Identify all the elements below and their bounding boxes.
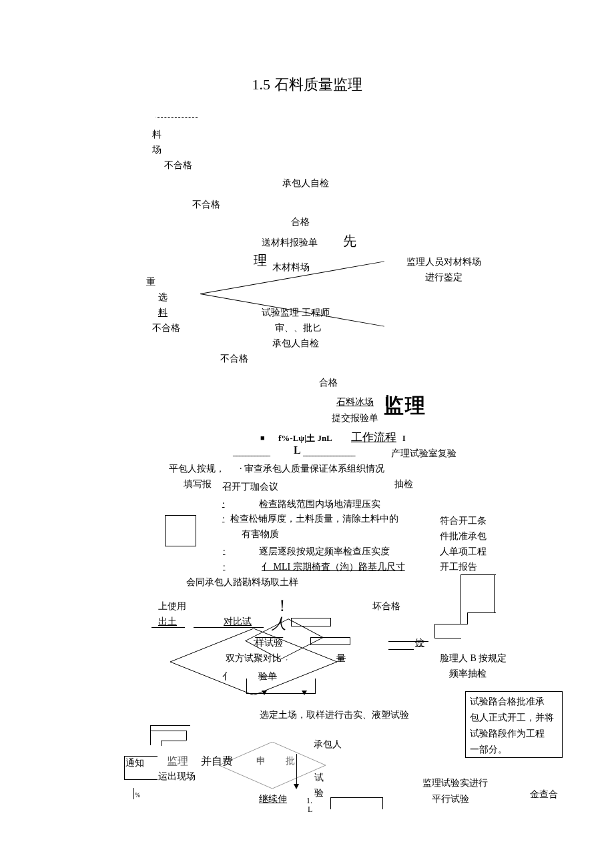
text-shiyan-jianli: 试验监理 工程师 [262, 307, 330, 319]
text-huai-hege: 坏合格 [372, 600, 400, 612]
text-zhaokai-huiyi: 召开丁珈会议 [222, 481, 278, 493]
text-pingbaoren: 平包人按规， [169, 463, 225, 475]
text-percent: % [135, 791, 140, 799]
page-title: 1.5 石料质量监理 [0, 75, 614, 95]
text-youhai: 有害物质 [242, 528, 279, 540]
text-shen-pi: 审、、批匕 [275, 322, 322, 334]
text-duibi: 对比试 [224, 616, 252, 628]
hbl1 [330, 797, 382, 798]
text-liao: 料 [152, 129, 162, 141]
text-hege2: 合格 [319, 377, 338, 389]
vl-a [150, 725, 151, 745]
text-jianli-big: 监理 [384, 392, 426, 420]
text-bing-zifei: 并自费 [201, 755, 233, 769]
text-box-right: 试验路合格批准承 包人正式开工，并将 试验路段作为工程 一部分。 [465, 691, 563, 758]
text-shuangfang: 双方试聚对比 [226, 653, 282, 665]
text-shencha: · 审查承包人质量保证体系组织情况 [240, 463, 384, 475]
text-jian-pizhun: 件批准承包 [440, 530, 487, 542]
small-box [165, 515, 196, 546]
text-buhege4: 不合格 [220, 353, 248, 365]
text-jiancha-luxian: 检查路线范围内场地清理压实 [259, 498, 380, 510]
text-buhege3: 不合格 [152, 322, 180, 334]
text-shi: 试 [314, 772, 324, 784]
tb-l2: 包人正式开工，并将 [470, 712, 558, 724]
pct-line [133, 788, 134, 799]
text-zhong: 重 [146, 276, 156, 288]
hl-a [150, 725, 190, 726]
box-r3 [434, 624, 435, 638]
text-square: ■ [260, 434, 265, 442]
text-zhuceng: 逐层逐段按规定频率检查压实度 [259, 546, 390, 558]
text-dot2: · [222, 513, 225, 524]
hl-a2 [150, 731, 186, 731]
box-l [460, 574, 461, 624]
tb-l4: 一部分。 [470, 744, 558, 756]
text-chan-shiyanshi: 产理试验室复验 [391, 448, 456, 460]
text-liao2: 料 [158, 307, 168, 319]
text-jianli2: 监理 [167, 755, 188, 769]
text-buhege2: 不合格 [192, 199, 220, 211]
text-yan: 验 [314, 787, 324, 799]
text-jincha: 金查合 [530, 789, 558, 801]
arrow-down [294, 784, 299, 789]
text-tijiao-baoyandan: 提交报验单 [332, 412, 378, 424]
dot-marker: · [155, 115, 156, 120]
text-xian: 先 [343, 232, 356, 250]
text-jiancha-songpu: 检查松铺厚度，土料质量，清除土料中的 [230, 513, 398, 525]
text-chutu: 出土 [158, 616, 177, 628]
text-pinlv: 频率抽检 [449, 668, 487, 680]
text-mli: 亻 MLI 宗期椅査（沟）路基几尺寸 [262, 561, 405, 573]
text-xuan: 选 [158, 292, 168, 304]
text-shen: 申 [256, 755, 266, 767]
arrow1 [262, 691, 267, 695]
text-li: 理 [254, 252, 267, 270]
text-choujian: 抽检 [394, 478, 413, 490]
box-tongzhi: 通知 [124, 756, 158, 780]
text-kaigong-baogao: 开工报告 [440, 561, 477, 573]
v1 [246, 679, 247, 688]
text-hege1: 合格 [291, 216, 310, 228]
text-xuanding: 选定土场，取样进行击实、液塑试验 [260, 709, 409, 721]
diamond2-svg [219, 742, 326, 789]
text-ren-danxiang: 人单项工程 [440, 546, 487, 558]
vbl2 [382, 797, 383, 809]
text-cai: 亻 [222, 671, 232, 683]
hline2 [194, 627, 264, 628]
v2 [315, 679, 316, 688]
text-yandan: 验单 [258, 671, 277, 683]
text-jixu-shen: 继续伸 [259, 793, 287, 805]
text-fuhe: 符合开工条 [440, 515, 487, 527]
vline-arrow [296, 754, 297, 787]
text-dot3: · [223, 546, 226, 556]
text-dot4: · [223, 561, 226, 572]
text-L: L [294, 444, 301, 456]
text-mucailiaochang: 木材料场 [272, 262, 310, 274]
diamond2-container [219, 742, 326, 789]
vl-a2 [186, 731, 187, 741]
text-pingxing: 平行试验 [432, 793, 469, 805]
box-top [460, 574, 496, 575]
hline3 [388, 641, 428, 642]
box-r2 [467, 612, 468, 624]
hline1 [151, 627, 185, 628]
text-lianren-b: 脸理人 B 按规定 [440, 653, 507, 665]
tb-l1: 试验路合格批准承 [470, 696, 558, 708]
text-yunchu: 运出现场 [158, 771, 196, 783]
vbar [386, 395, 388, 414]
vl-a3 [161, 741, 162, 746]
text-liang: 量 [336, 653, 346, 665]
arrow2 [302, 691, 307, 695]
text-pi: 批 [286, 755, 295, 767]
text-huitong: 会同承包人踏勘料场取土样 [186, 576, 298, 588]
text-L2: L [308, 805, 312, 815]
text-song-cailiao: 送材料报验单 [262, 237, 318, 249]
box-bot [434, 624, 468, 624]
text-gongzuo-liucheng: 工作流程 [351, 430, 396, 445]
text-I: I [402, 434, 406, 444]
shencha-inner: 审查承包人质量保证体系组织情况 [244, 464, 384, 474]
box-bot2 [434, 638, 461, 638]
text-tianxie-bao: 填写报 [184, 478, 212, 490]
text-flt: f%-Lψ|土 JnL [278, 432, 332, 444]
box-r1 [494, 574, 495, 612]
box-small1 [291, 618, 331, 626]
